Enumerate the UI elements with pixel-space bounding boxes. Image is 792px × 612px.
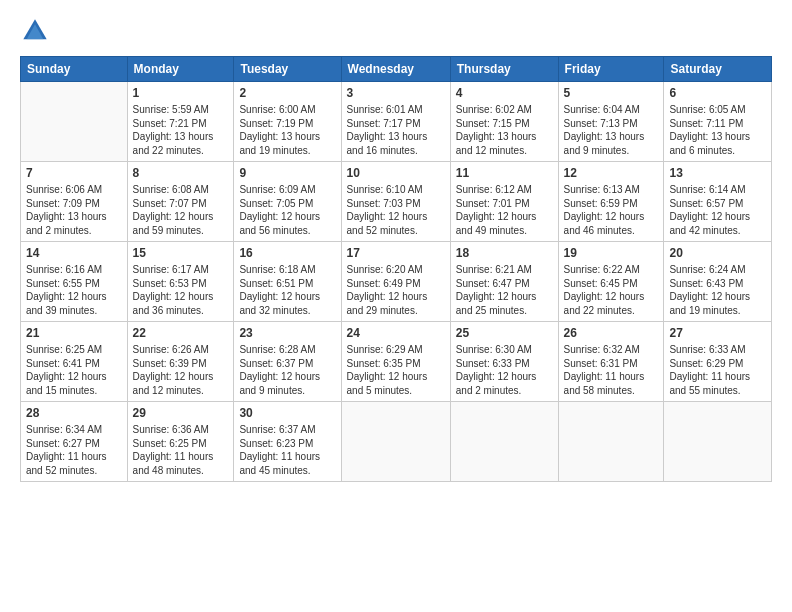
day-number: 3 xyxy=(347,85,445,102)
calendar-cell: 9Sunrise: 6:09 AM Sunset: 7:05 PM Daylig… xyxy=(234,161,341,241)
calendar-header-sunday: Sunday xyxy=(21,57,128,82)
day-number: 25 xyxy=(456,325,553,342)
day-info: Sunrise: 6:36 AM Sunset: 6:25 PM Dayligh… xyxy=(133,423,229,478)
day-info: Sunrise: 6:00 AM Sunset: 7:19 PM Dayligh… xyxy=(239,103,335,158)
calendar-cell xyxy=(21,82,128,162)
day-info: Sunrise: 6:01 AM Sunset: 7:17 PM Dayligh… xyxy=(347,103,445,158)
calendar-cell: 21Sunrise: 6:25 AM Sunset: 6:41 PM Dayli… xyxy=(21,321,128,401)
calendar-cell: 11Sunrise: 6:12 AM Sunset: 7:01 PM Dayli… xyxy=(450,161,558,241)
day-info: Sunrise: 6:17 AM Sunset: 6:53 PM Dayligh… xyxy=(133,263,229,318)
day-number: 15 xyxy=(133,245,229,262)
day-info: Sunrise: 6:26 AM Sunset: 6:39 PM Dayligh… xyxy=(133,343,229,398)
day-info: Sunrise: 6:21 AM Sunset: 6:47 PM Dayligh… xyxy=(456,263,553,318)
day-info: Sunrise: 6:04 AM Sunset: 7:13 PM Dayligh… xyxy=(564,103,659,158)
day-number: 26 xyxy=(564,325,659,342)
day-info: Sunrise: 6:33 AM Sunset: 6:29 PM Dayligh… xyxy=(669,343,766,398)
calendar-header-monday: Monday xyxy=(127,57,234,82)
day-number: 5 xyxy=(564,85,659,102)
calendar-cell: 17Sunrise: 6:20 AM Sunset: 6:49 PM Dayli… xyxy=(341,241,450,321)
calendar-cell xyxy=(664,401,772,481)
day-info: Sunrise: 6:13 AM Sunset: 6:59 PM Dayligh… xyxy=(564,183,659,238)
day-number: 24 xyxy=(347,325,445,342)
day-info: Sunrise: 6:16 AM Sunset: 6:55 PM Dayligh… xyxy=(26,263,122,318)
calendar-cell: 30Sunrise: 6:37 AM Sunset: 6:23 PM Dayli… xyxy=(234,401,341,481)
day-info: Sunrise: 6:32 AM Sunset: 6:31 PM Dayligh… xyxy=(564,343,659,398)
calendar-page: SundayMondayTuesdayWednesdayThursdayFrid… xyxy=(0,0,792,612)
calendar-cell: 2Sunrise: 6:00 AM Sunset: 7:19 PM Daylig… xyxy=(234,82,341,162)
day-info: Sunrise: 6:02 AM Sunset: 7:15 PM Dayligh… xyxy=(456,103,553,158)
calendar-header-tuesday: Tuesday xyxy=(234,57,341,82)
calendar-cell: 26Sunrise: 6:32 AM Sunset: 6:31 PM Dayli… xyxy=(558,321,664,401)
day-info: Sunrise: 6:10 AM Sunset: 7:03 PM Dayligh… xyxy=(347,183,445,238)
calendar-cell: 19Sunrise: 6:22 AM Sunset: 6:45 PM Dayli… xyxy=(558,241,664,321)
day-number: 9 xyxy=(239,165,335,182)
day-info: Sunrise: 6:29 AM Sunset: 6:35 PM Dayligh… xyxy=(347,343,445,398)
day-number: 1 xyxy=(133,85,229,102)
logo-icon xyxy=(20,16,50,46)
day-number: 28 xyxy=(26,405,122,422)
calendar-cell: 25Sunrise: 6:30 AM Sunset: 6:33 PM Dayli… xyxy=(450,321,558,401)
day-info: Sunrise: 6:12 AM Sunset: 7:01 PM Dayligh… xyxy=(456,183,553,238)
calendar-cell: 6Sunrise: 6:05 AM Sunset: 7:11 PM Daylig… xyxy=(664,82,772,162)
calendar-cell: 5Sunrise: 6:04 AM Sunset: 7:13 PM Daylig… xyxy=(558,82,664,162)
day-info: Sunrise: 6:25 AM Sunset: 6:41 PM Dayligh… xyxy=(26,343,122,398)
day-number: 23 xyxy=(239,325,335,342)
calendar-week-3: 14Sunrise: 6:16 AM Sunset: 6:55 PM Dayli… xyxy=(21,241,772,321)
calendar-cell: 4Sunrise: 6:02 AM Sunset: 7:15 PM Daylig… xyxy=(450,82,558,162)
calendar-cell: 18Sunrise: 6:21 AM Sunset: 6:47 PM Dayli… xyxy=(450,241,558,321)
day-number: 4 xyxy=(456,85,553,102)
calendar-cell: 27Sunrise: 6:33 AM Sunset: 6:29 PM Dayli… xyxy=(664,321,772,401)
day-info: Sunrise: 5:59 AM Sunset: 7:21 PM Dayligh… xyxy=(133,103,229,158)
day-info: Sunrise: 6:37 AM Sunset: 6:23 PM Dayligh… xyxy=(239,423,335,478)
calendar-cell: 14Sunrise: 6:16 AM Sunset: 6:55 PM Dayli… xyxy=(21,241,128,321)
calendar-cell: 24Sunrise: 6:29 AM Sunset: 6:35 PM Dayli… xyxy=(341,321,450,401)
calendar-cell: 20Sunrise: 6:24 AM Sunset: 6:43 PM Dayli… xyxy=(664,241,772,321)
day-number: 18 xyxy=(456,245,553,262)
day-info: Sunrise: 6:34 AM Sunset: 6:27 PM Dayligh… xyxy=(26,423,122,478)
calendar-cell: 29Sunrise: 6:36 AM Sunset: 6:25 PM Dayli… xyxy=(127,401,234,481)
calendar-week-2: 7Sunrise: 6:06 AM Sunset: 7:09 PM Daylig… xyxy=(21,161,772,241)
calendar-cell xyxy=(341,401,450,481)
calendar-cell: 28Sunrise: 6:34 AM Sunset: 6:27 PM Dayli… xyxy=(21,401,128,481)
day-number: 19 xyxy=(564,245,659,262)
day-info: Sunrise: 6:28 AM Sunset: 6:37 PM Dayligh… xyxy=(239,343,335,398)
day-info: Sunrise: 6:05 AM Sunset: 7:11 PM Dayligh… xyxy=(669,103,766,158)
day-number: 14 xyxy=(26,245,122,262)
day-info: Sunrise: 6:14 AM Sunset: 6:57 PM Dayligh… xyxy=(669,183,766,238)
calendar-cell xyxy=(558,401,664,481)
calendar-cell: 8Sunrise: 6:08 AM Sunset: 7:07 PM Daylig… xyxy=(127,161,234,241)
calendar-header-thursday: Thursday xyxy=(450,57,558,82)
day-number: 22 xyxy=(133,325,229,342)
calendar-week-1: 1Sunrise: 5:59 AM Sunset: 7:21 PM Daylig… xyxy=(21,82,772,162)
calendar-cell: 1Sunrise: 5:59 AM Sunset: 7:21 PM Daylig… xyxy=(127,82,234,162)
calendar-header-wednesday: Wednesday xyxy=(341,57,450,82)
calendar-header-saturday: Saturday xyxy=(664,57,772,82)
calendar-cell: 10Sunrise: 6:10 AM Sunset: 7:03 PM Dayli… xyxy=(341,161,450,241)
calendar-cell: 22Sunrise: 6:26 AM Sunset: 6:39 PM Dayli… xyxy=(127,321,234,401)
logo xyxy=(20,16,54,46)
calendar-cell: 12Sunrise: 6:13 AM Sunset: 6:59 PM Dayli… xyxy=(558,161,664,241)
day-info: Sunrise: 6:30 AM Sunset: 6:33 PM Dayligh… xyxy=(456,343,553,398)
day-info: Sunrise: 6:22 AM Sunset: 6:45 PM Dayligh… xyxy=(564,263,659,318)
calendar-cell: 15Sunrise: 6:17 AM Sunset: 6:53 PM Dayli… xyxy=(127,241,234,321)
day-number: 6 xyxy=(669,85,766,102)
calendar-cell: 23Sunrise: 6:28 AM Sunset: 6:37 PM Dayli… xyxy=(234,321,341,401)
calendar-cell: 3Sunrise: 6:01 AM Sunset: 7:17 PM Daylig… xyxy=(341,82,450,162)
day-info: Sunrise: 6:20 AM Sunset: 6:49 PM Dayligh… xyxy=(347,263,445,318)
calendar-cell: 7Sunrise: 6:06 AM Sunset: 7:09 PM Daylig… xyxy=(21,161,128,241)
day-number: 7 xyxy=(26,165,122,182)
day-number: 21 xyxy=(26,325,122,342)
day-number: 8 xyxy=(133,165,229,182)
day-info: Sunrise: 6:09 AM Sunset: 7:05 PM Dayligh… xyxy=(239,183,335,238)
calendar-cell: 13Sunrise: 6:14 AM Sunset: 6:57 PM Dayli… xyxy=(664,161,772,241)
calendar-week-4: 21Sunrise: 6:25 AM Sunset: 6:41 PM Dayli… xyxy=(21,321,772,401)
day-number: 16 xyxy=(239,245,335,262)
calendar-cell: 16Sunrise: 6:18 AM Sunset: 6:51 PM Dayli… xyxy=(234,241,341,321)
calendar-week-5: 28Sunrise: 6:34 AM Sunset: 6:27 PM Dayli… xyxy=(21,401,772,481)
calendar-table: SundayMondayTuesdayWednesdayThursdayFrid… xyxy=(20,56,772,482)
day-info: Sunrise: 6:18 AM Sunset: 6:51 PM Dayligh… xyxy=(239,263,335,318)
day-number: 30 xyxy=(239,405,335,422)
day-number: 2 xyxy=(239,85,335,102)
day-number: 13 xyxy=(669,165,766,182)
calendar-cell xyxy=(450,401,558,481)
